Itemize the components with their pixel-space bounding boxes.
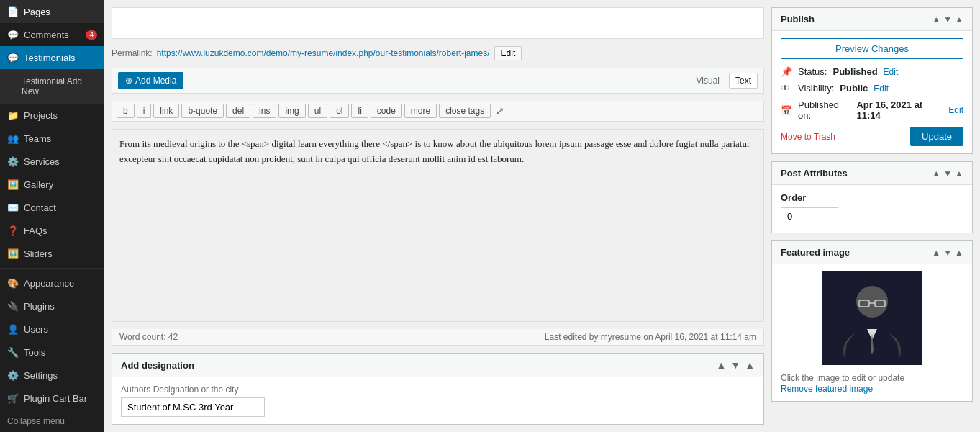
published-edit-link[interactable]: Edit <box>948 105 963 115</box>
order-input[interactable] <box>781 207 838 225</box>
post-attributes-controls: ▲ ▼ ▲ <box>932 168 963 179</box>
visibility-edit-link[interactable]: Edit <box>874 84 889 94</box>
format-close-tags[interactable]: close tags <box>439 104 491 118</box>
sidebar-item-label: Projects <box>24 110 58 121</box>
publish-collapse-down[interactable]: ▼ <box>943 14 952 24</box>
tab-visual[interactable]: Visual <box>690 73 726 89</box>
sidebar-item-pages[interactable]: 📄 Pages <box>0 0 104 23</box>
sidebar-item-label: FAQs <box>24 225 47 236</box>
format-ins[interactable]: ins <box>253 104 276 118</box>
sidebar-item-settings[interactable]: ⚙️ Settings <box>0 364 104 387</box>
publish-controls: ▲ ▼ ▲ <box>932 14 963 24</box>
collapse-menu[interactable]: Collapse menu <box>0 410 104 432</box>
sidebar-item-plugins[interactable]: 🔌 Plugins <box>0 294 104 318</box>
sidebar-item-contact[interactable]: ✉️ Contact <box>0 196 104 219</box>
designation-meta-box: Add designation ▲ ▼ ▲ Authors Designatio… <box>112 353 764 425</box>
sidebar-item-label: Appearance <box>24 278 74 289</box>
add-media-button[interactable]: ⊕ Add Media <box>118 72 183 89</box>
format-bquote[interactable]: b-quote <box>181 104 224 118</box>
order-label: Order <box>781 192 963 203</box>
featured-image-body: Click the image to edit or update Remove… <box>772 264 972 401</box>
post-attributes-panel: Post Attributes ▲ ▼ ▲ Order <box>771 161 973 233</box>
sidebar-item-faqs[interactable]: ❓ FAQs <box>0 219 104 242</box>
settings-icon: ⚙️ <box>7 369 19 381</box>
sidebar-item-teams[interactable]: 👥 Teams <box>0 127 104 150</box>
format-ul[interactable]: ul <box>308 104 327 118</box>
post-attributes-header: Post Attributes ▲ ▼ ▲ <box>772 162 972 185</box>
post-title-input[interactable]: Robert James <box>112 7 764 39</box>
sliders-icon: 🖼️ <box>7 248 19 259</box>
meta-collapse-up[interactable]: ▲ <box>716 359 726 371</box>
expand-icon[interactable]: ⤢ <box>496 105 504 117</box>
sidebar-item-appearance[interactable]: 🎨 Appearance <box>0 271 104 294</box>
editor-top-toolbar: ⊕ Add Media Visual Text <box>112 68 764 94</box>
format-code[interactable]: code <box>371 104 402 118</box>
sidebar-item-users[interactable]: 👤 Users <box>0 318 104 341</box>
sidebar-item-testimonials[interactable]: 💬 Testimonials <box>0 46 104 69</box>
permalink-edit-button[interactable]: Edit <box>494 46 522 60</box>
attributes-collapse-up[interactable]: ▲ <box>932 168 940 179</box>
comments-icon: 💬 <box>7 29 19 40</box>
format-more[interactable]: more <box>404 104 437 118</box>
format-bold[interactable]: b <box>117 104 135 118</box>
status-label: Status: <box>798 66 827 77</box>
format-del[interactable]: del <box>226 104 250 118</box>
designation-input[interactable] <box>121 397 265 417</box>
sidebar-item-projects[interactable]: 📁 Projects <box>0 104 104 127</box>
pages-icon: 📄 <box>7 6 19 17</box>
published-label: Published on: <box>798 99 850 121</box>
gallery-icon: 🖼️ <box>7 179 19 190</box>
featured-image-container[interactable] <box>781 271 963 367</box>
sidebar-item-tools[interactable]: 🔧 Tools <box>0 341 104 364</box>
meta-collapse-toggle[interactable]: ▲ <box>745 359 755 371</box>
sidebar-item-label: Pages <box>24 6 50 17</box>
sidebar-item-label: Gallery <box>24 179 53 190</box>
editor-footer: Word count: 42 Last edited by myresume o… <box>112 329 764 346</box>
services-icon: ⚙️ <box>7 156 19 167</box>
visibility-value: Public <box>840 83 868 94</box>
sidebar-item-label: Contact <box>24 202 56 213</box>
tab-text[interactable]: Text <box>729 73 758 89</box>
permalink-row: Permalink: https://www.luzukdemo.com/dem… <box>112 46 764 60</box>
format-italic[interactable]: i <box>137 104 152 118</box>
move-to-trash-link[interactable]: Move to Trash <box>781 132 835 142</box>
visibility-label: Visibility: <box>798 83 834 94</box>
status-edit-link[interactable]: Edit <box>884 67 899 77</box>
sidebar-item-gallery[interactable]: 🖼️ Gallery <box>0 173 104 196</box>
preview-changes-button[interactable]: Preview Changes <box>781 38 963 59</box>
attributes-collapse-toggle[interactable]: ▲ <box>955 168 963 179</box>
format-li[interactable]: li <box>351 104 368 118</box>
format-ol[interactable]: ol <box>330 104 349 118</box>
meta-collapse-down[interactable]: ▼ <box>730 359 740 371</box>
attributes-collapse-down[interactable]: ▼ <box>943 168 952 179</box>
publish-collapse-up[interactable]: ▲ <box>932 14 940 24</box>
featured-collapse-down[interactable]: ▼ <box>943 248 952 258</box>
status-value: Published <box>832 66 877 77</box>
publish-panel-body: Preview Changes 📌 Status: Published Edit… <box>772 31 972 153</box>
add-media-icon: ⊕ <box>125 76 132 86</box>
permalink-label: Permalink: <box>112 48 153 58</box>
editor-body[interactable]: From its medieval origins to the <span> … <box>112 129 764 322</box>
sidebar-item-label: Plugins <box>24 301 55 312</box>
featured-collapse-toggle[interactable]: ▲ <box>955 248 963 258</box>
format-img[interactable]: img <box>278 104 305 118</box>
sidebar-item-testimonials-list[interactable]: Testimonial Add New <box>0 72 104 101</box>
sidebar-item-label: Services <box>24 156 60 167</box>
sidebar-item-sliders[interactable]: 🖼️ Sliders <box>0 242 104 265</box>
add-media-label: Add Media <box>135 76 176 86</box>
sidebar-item-plugin-cart-bar[interactable]: 🛒 Plugin Cart Bar <box>0 387 104 410</box>
sidebar-item-services[interactable]: ⚙️ Services <box>0 150 104 173</box>
format-toolbar: b i link b-quote del ins img ul ol li co… <box>112 101 764 122</box>
update-button[interactable]: Update <box>910 127 963 146</box>
featured-collapse-up[interactable]: ▲ <box>932 248 940 258</box>
permalink-link[interactable]: https://www.luzukdemo.com/demo/my-resume… <box>157 48 490 58</box>
remove-featured-image-link[interactable]: Remove featured image <box>781 384 873 394</box>
sidebar-item-comments[interactable]: 💬 Comments 4 <box>0 23 104 46</box>
format-link[interactable]: link <box>153 104 179 118</box>
publish-collapse-toggle[interactable]: ▲ <box>955 14 963 24</box>
status-icon: 📌 <box>781 66 792 77</box>
collapse-label: Collapse menu <box>7 416 65 426</box>
contact-icon: ✉️ <box>7 202 19 213</box>
designation-label: Authors Designation or the city <box>121 384 755 395</box>
sidebar-item-label: Comments <box>24 30 69 40</box>
